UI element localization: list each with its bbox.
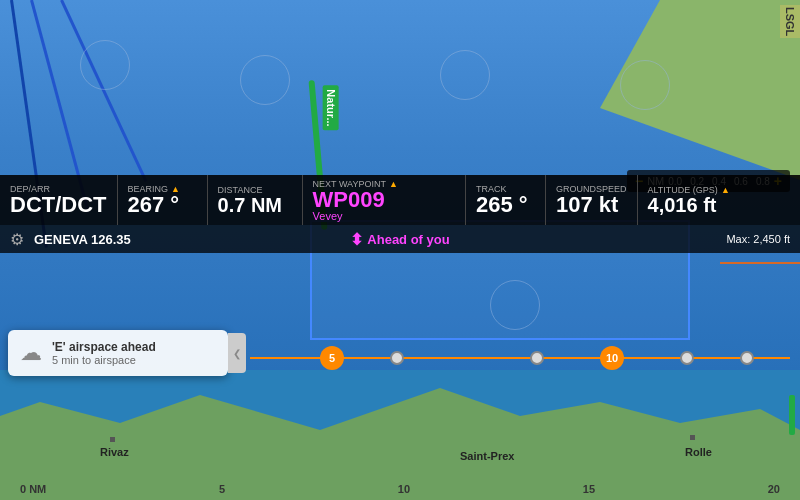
ahead-arrow-icon: ⬍ — [350, 230, 363, 249]
bearing-col: Bearing ▲ 267 ° — [118, 175, 208, 225]
bottom-axis: 0 NM 5 10 15 20 — [0, 483, 800, 495]
timeline-line: 5 10 — [250, 357, 790, 359]
next-waypoint-col: Next waypoint ▲ WP009 Vevey — [303, 175, 466, 225]
track-value: 265 ° — [476, 194, 535, 216]
timeline-handle-1[interactable] — [390, 351, 404, 365]
notification-handle[interactable]: ❮ — [228, 333, 246, 373]
altitude-value: 4,016 ft — [648, 195, 790, 215]
groundspeed-col: Groundspeed 107 kt — [546, 175, 638, 225]
axis-label-5: 5 — [219, 483, 225, 495]
altitude-sort-icon[interactable]: ▲ — [721, 185, 730, 195]
notification-text: 'E' airspace ahead 5 min to airspace — [52, 340, 216, 366]
distance-value: 0.7 NM — [218, 195, 292, 215]
dep-arr-value: DCT/DCT — [10, 194, 107, 216]
track-col: Track 265 ° — [466, 175, 546, 225]
map-circle-4 — [620, 60, 670, 110]
map-container: LSGL Natur... − NM 0.0 0.2 0.4 0.6 0.8 +… — [0, 0, 800, 500]
place-rolle: Rolle — [685, 446, 712, 458]
cloud-icon: ☁ — [20, 340, 42, 366]
altitude-col: Altitude (GPS) ▲ 4,016 ft — [638, 175, 800, 225]
timeline-handle-4[interactable] — [740, 351, 754, 365]
info-bar: ⚙ GENEVA 126.35 ⬍ Ahead of you Max: 2,45… — [0, 225, 800, 253]
notification-subtitle: 5 min to airspace — [52, 354, 216, 366]
header-bar: DEP/ARR DCT/DCT Bearing ▲ 267 ° Distance… — [0, 175, 800, 225]
ahead-indicator: ⬍ Ahead of you — [350, 230, 449, 249]
place-saint-prex: Saint-Prex — [460, 450, 514, 462]
rivaz-dot — [110, 437, 115, 442]
notification-title: 'E' airspace ahead — [52, 340, 216, 354]
timeline-track[interactable]: 5 10 — [250, 348, 790, 368]
rolle-dot — [690, 435, 695, 440]
timeline-dot-5[interactable]: 5 — [320, 346, 344, 370]
next-wp-name: WP009 — [313, 189, 455, 211]
green-pole — [789, 395, 795, 435]
next-wp-sub: Vevey — [313, 211, 455, 222]
land-bottom — [0, 360, 800, 500]
map-circle-1 — [80, 40, 130, 90]
handle-icon: ❮ — [233, 348, 241, 359]
place-rivaz: Rivaz — [100, 446, 129, 458]
next-wp-sort-icon[interactable]: ▲ — [389, 179, 398, 189]
axis-label-15: 15 — [583, 483, 595, 495]
altitude-indicator-line — [720, 262, 800, 264]
timeline-dot-10[interactable]: 10 — [600, 346, 624, 370]
station-info: GENEVA 126.35 — [34, 232, 131, 247]
distance-col: Distance 0.7 NM — [208, 175, 303, 225]
lsgl-label: LSGL — [780, 5, 800, 38]
axis-label-20: 20 — [768, 483, 780, 495]
groundspeed-value: 107 kt — [556, 194, 627, 216]
axis-label-10: 10 — [398, 483, 410, 495]
gear-icon[interactable]: ⚙ — [10, 230, 24, 249]
bearing-value: 267 ° — [128, 194, 197, 216]
map-circle-2 — [240, 55, 290, 105]
timeline-handle-2[interactable] — [530, 351, 544, 365]
green-route-label: Natur... — [323, 85, 339, 130]
max-altitude: Max: 2,450 ft — [726, 233, 790, 245]
dep-arr-col: DEP/ARR DCT/DCT — [0, 175, 118, 225]
notification-panel: ☁ 'E' airspace ahead 5 min to airspace ❮ — [8, 330, 228, 376]
map-circle-3 — [440, 50, 490, 100]
axis-label-0: 0 NM — [20, 483, 46, 495]
timeline-handle-3[interactable] — [680, 351, 694, 365]
